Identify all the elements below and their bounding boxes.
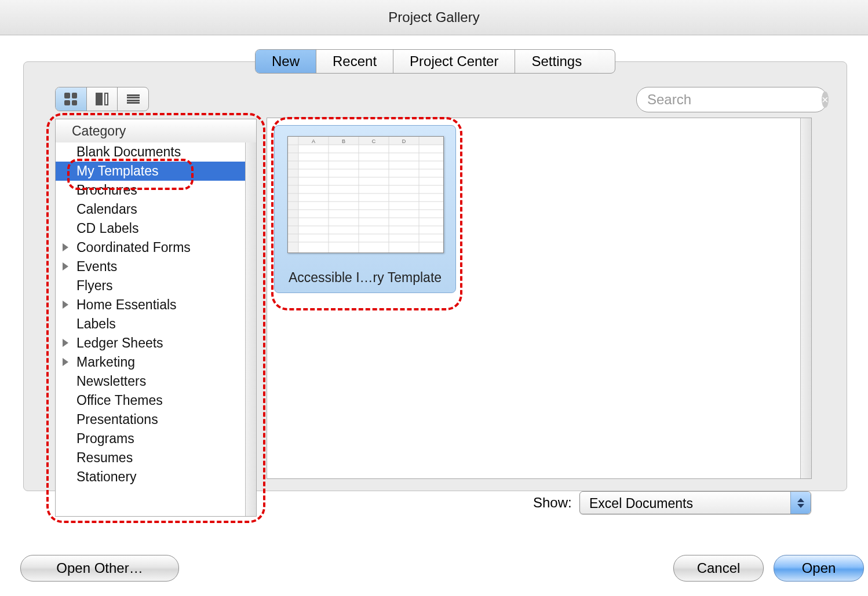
category-label: Office Themes — [76, 393, 163, 408]
category-item[interactable]: Labels — [56, 315, 246, 334]
open-button[interactable]: Open — [774, 555, 864, 582]
category-label: Home Essentials — [76, 297, 177, 312]
cancel-button[interactable]: Cancel — [673, 555, 764, 582]
view-mode-segmented — [55, 87, 149, 111]
category-item[interactable]: Blank Documents — [56, 142, 246, 162]
category-label: Marketing — [76, 354, 135, 370]
svg-text:A: A — [312, 138, 315, 144]
category-item[interactable]: CD Labels — [56, 219, 246, 238]
disclosure-triangle-icon — [63, 262, 68, 270]
category-item[interactable]: Presentations — [56, 410, 246, 429]
category-sidebar: Category Blank DocumentsMy TemplatesBroc… — [55, 119, 257, 517]
disclosure-triangle-icon — [63, 301, 68, 309]
gallery-scrollbar[interactable] — [800, 118, 811, 478]
svg-text:B: B — [342, 138, 345, 144]
template-gallery: A B C D Accessible I…ry Template — [267, 118, 812, 479]
tab-recent[interactable]: Recent — [316, 50, 393, 73]
svg-text:C: C — [372, 138, 376, 144]
tab-project-center[interactable]: Project Center — [393, 50, 515, 73]
spreadsheet-thumb-icon: A B C D — [287, 136, 444, 253]
category-item[interactable]: Resumes — [56, 448, 246, 467]
window-title: Project Gallery — [388, 9, 479, 25]
disclosure-triangle-icon — [63, 243, 68, 251]
category-label: Blank Documents — [76, 144, 181, 159]
category-item[interactable]: Brochures — [56, 181, 246, 200]
category-label: Brochures — [76, 182, 137, 198]
search-field-wrap: × — [636, 87, 827, 112]
category-list: Blank DocumentsMy TemplatesBrochuresCale… — [56, 142, 246, 516]
category-header: Category — [56, 119, 256, 143]
category-item[interactable]: Stationery — [56, 467, 246, 487]
view-list[interactable] — [118, 87, 148, 111]
tab-bar: New Recent Project Center Settings — [255, 49, 615, 74]
template-label: Accessible I…ry Template — [275, 270, 455, 286]
category-item[interactable]: Ledger Sheets — [56, 334, 246, 353]
clear-search-icon[interactable]: × — [822, 92, 829, 108]
category-label: Newsletters — [76, 374, 146, 389]
svg-text:D: D — [402, 138, 406, 144]
svg-rect-0 — [288, 137, 443, 253]
category-label: Coordinated Forms — [76, 240, 191, 255]
category-label: Programs — [76, 431, 134, 446]
search-input[interactable] — [646, 91, 822, 108]
category-item[interactable]: Programs — [56, 429, 246, 448]
category-label: Labels — [76, 316, 116, 331]
grid-icon — [64, 93, 77, 105]
show-label: Show: — [533, 495, 572, 511]
list-icon — [127, 94, 140, 104]
category-label: My Templates — [76, 163, 158, 178]
category-label: Stationery — [76, 469, 137, 484]
category-item[interactable]: Office Themes — [56, 391, 246, 410]
view-thumbnails[interactable] — [56, 87, 87, 111]
open-other-button[interactable]: Open Other… — [20, 555, 179, 582]
category-label: Ledger Sheets — [76, 335, 163, 350]
category-item[interactable]: Calendars — [56, 200, 246, 219]
category-item[interactable]: Events — [56, 257, 246, 276]
category-label: Flyers — [76, 278, 113, 293]
category-item[interactable]: My Templates — [56, 162, 246, 181]
category-label: CD Labels — [76, 221, 138, 236]
tab-settings[interactable]: Settings — [515, 50, 598, 73]
dropdown-stepper-icon — [790, 492, 811, 514]
window-titlebar: Project Gallery — [0, 0, 868, 35]
category-item[interactable]: Home Essentials — [56, 295, 246, 315]
tab-new[interactable]: New — [256, 50, 316, 73]
category-item[interactable]: Flyers — [56, 276, 246, 295]
category-item[interactable]: Marketing — [56, 353, 246, 372]
show-value: Excel Documents — [589, 496, 693, 511]
category-label: Events — [76, 259, 117, 274]
template-tile[interactable]: A B C D Accessible I…ry Template — [274, 125, 456, 293]
category-label: Presentations — [76, 412, 158, 427]
category-label: Calendars — [76, 202, 137, 217]
show-dropdown[interactable]: Excel Documents — [579, 491, 811, 514]
disclosure-triangle-icon — [63, 358, 68, 366]
view-columns[interactable] — [87, 87, 118, 111]
columns-icon — [96, 93, 108, 105]
category-label: Resumes — [76, 450, 133, 465]
svg-rect-1 — [288, 137, 298, 253]
category-item[interactable]: Coordinated Forms — [56, 238, 246, 257]
category-scrollbar[interactable] — [245, 142, 256, 516]
category-item[interactable]: Newsletters — [56, 372, 246, 391]
disclosure-triangle-icon — [63, 339, 68, 347]
